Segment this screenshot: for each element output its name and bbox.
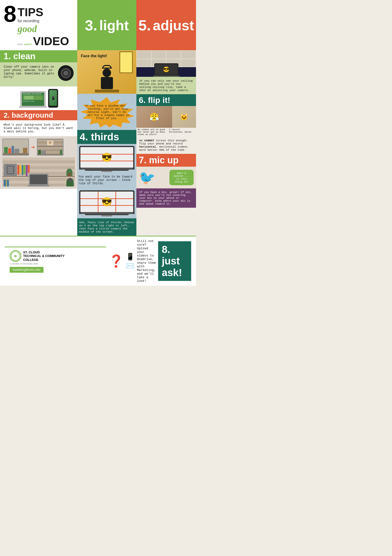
tip2-text: What's your background look like? A blan… bbox=[4, 123, 73, 133]
tip2-bar: 2. background bbox=[0, 110, 77, 120]
laptop-shell: PROGRAMS THAT MATTER ▶ Programs to Inspi… bbox=[20, 91, 46, 106]
shelf-scene-full bbox=[2, 157, 75, 186]
sunglasses-emoji: 😎 bbox=[163, 66, 169, 73]
tip2-section: 2. background What's your background loo… bbox=[0, 110, 77, 189]
thirds-v2 bbox=[115, 192, 116, 212]
left-column: 1. clean Clean off your camera lens on y… bbox=[0, 50, 77, 236]
question-mark-icon: ❓ bbox=[109, 254, 124, 268]
laptop-on-desk: 😎 bbox=[153, 63, 180, 77]
tips-word: TIPS bbox=[18, 6, 69, 19]
tip7-section: 7. mic up 🐦 Wait a minute ... is this th… bbox=[136, 154, 196, 208]
bird-speech-bubble: Wait a minute ... is this thing on? bbox=[169, 170, 194, 185]
laptop-screen-1: 😎 bbox=[80, 147, 133, 168]
tip3-burst-text: If you face a window while recording, yo… bbox=[83, 104, 130, 120]
contact-icons: 📱 ✉️ bbox=[126, 253, 135, 270]
laptop-bar-1 bbox=[80, 168, 133, 170]
tip4-title: 4. thirds bbox=[80, 131, 119, 142]
tip6-text: We CANNOT stress this enough: flip your … bbox=[136, 137, 196, 154]
tip1-text: Clean off your camera lens on your phone… bbox=[4, 65, 55, 84]
phone-device: 📱 bbox=[48, 89, 58, 108]
smiley-face-1: 😎 bbox=[101, 152, 112, 162]
tip6-title: 6. flip it! bbox=[139, 95, 170, 105]
tip7-bar: 7. mic up bbox=[136, 154, 196, 167]
phone-screen-display: 📱 bbox=[49, 90, 57, 106]
tile8 bbox=[181, 59, 195, 67]
tip5-num: 5. bbox=[138, 17, 151, 34]
tip1-content: Clean off your camera lens on your phone… bbox=[0, 62, 77, 86]
tip5-header: 5. adjust bbox=[136, 0, 196, 50]
meme-woman: 😤 bbox=[136, 106, 172, 128]
plant-left bbox=[66, 178, 74, 186]
camera-inner bbox=[61, 68, 71, 78]
person-body bbox=[101, 77, 113, 89]
mail-icon: ✉️ bbox=[126, 262, 135, 270]
camera-lens bbox=[64, 71, 68, 75]
desk-laptop bbox=[28, 174, 49, 186]
main-content: 1. clean Clean off your camera lens on y… bbox=[0, 50, 196, 236]
lod-base bbox=[153, 76, 180, 77]
person-head bbox=[103, 69, 111, 77]
light-scene: Face the light! bbox=[77, 50, 136, 94]
logo-symbol: ⊕ bbox=[14, 254, 17, 258]
tip5-section: 😎 If you can only see your ceiling behin… bbox=[136, 50, 196, 94]
thirds-v1 bbox=[98, 192, 98, 212]
background-comparison: ➜ bbox=[2, 139, 75, 155]
tip8-section: 8. just ask! bbox=[158, 241, 191, 281]
footer: ⊕ ST. CLOUDTECHNICAL & COMMUNITYCOLLEGE … bbox=[0, 236, 196, 286]
background-scene: ➜ bbox=[0, 136, 77, 189]
school-name: ST. CLOUDTECHNICAL & COMMUNITYCOLLEGE bbox=[23, 250, 65, 262]
tip3-num: 3. bbox=[85, 17, 97, 34]
camera-illustration bbox=[58, 65, 74, 84]
meme-caption-right: I record horizontal, Karen. bbox=[169, 129, 195, 136]
bird-section: 🐦 Wait a minute ... is this thing on? bbox=[136, 167, 196, 188]
laptop-stand-1 bbox=[101, 171, 113, 172]
pane1 bbox=[120, 52, 126, 62]
devices-illustration: PROGRAMS THAT MATTER ▶ Programs to Inspi… bbox=[0, 86, 77, 110]
pane4 bbox=[127, 62, 132, 72]
lod-wrap: 😎 bbox=[154, 63, 178, 76]
tile1 bbox=[137, 51, 151, 58]
page: 8 TIPS for recording good from sctcc! VI… bbox=[0, 0, 196, 286]
footer-email: marketing@sctcc.edu bbox=[10, 267, 44, 273]
laptop-outer-2: 😎 bbox=[79, 190, 135, 214]
good-word: good bbox=[18, 23, 69, 35]
window-illustration bbox=[120, 51, 133, 73]
face-light-label: Face the light! bbox=[81, 54, 107, 58]
bird-icon: 🐦 bbox=[139, 170, 155, 185]
tile4 bbox=[181, 51, 195, 58]
pane3 bbox=[120, 62, 126, 72]
laptop-screen-2: 😎 bbox=[80, 192, 133, 212]
lod-screen-display: 😎 bbox=[155, 64, 178, 75]
tile2 bbox=[152, 51, 166, 58]
footer-logo-area: ⊕ ST. CLOUDTECHNICAL & COMMUNITYCOLLEGE … bbox=[5, 247, 106, 276]
tip3-burst-area: If you face a window while recording, yo… bbox=[77, 94, 136, 130]
tip1-title: 1. clean bbox=[4, 51, 36, 61]
tip4-text2: Ooh, fancy rule of thirds! Choose an X a… bbox=[77, 218, 136, 236]
tip8-title: 8. just ask! bbox=[162, 244, 188, 278]
tip4-section: 4. thirds 😎 You want your bbox=[77, 130, 136, 236]
tip4-text1: You want your face to be toward the top … bbox=[77, 174, 136, 186]
tip3-starburst: If you face a window while recording, yo… bbox=[79, 96, 135, 128]
right-column: 😎 If you can only see your ceiling behin… bbox=[136, 50, 196, 236]
tip6-section: 6. flip it! 😤 🐱 My videos are so good bu… bbox=[136, 94, 196, 154]
tip1-section: 1. clean Clean off your camera lens on y… bbox=[0, 50, 77, 110]
tip3-word: light bbox=[99, 17, 129, 33]
laptop-thirds-1: 😎 bbox=[77, 144, 136, 174]
arrow-icon: ➜ bbox=[31, 144, 35, 150]
laptop-stand-2 bbox=[101, 215, 113, 216]
sctcc-logo-circle: ⊕ bbox=[10, 250, 21, 262]
laptop-outer-1: 😎 bbox=[79, 146, 135, 170]
pane2 bbox=[127, 52, 132, 62]
laptop-bar-2 bbox=[80, 212, 133, 214]
shelf-messy bbox=[2, 139, 29, 155]
plant-right bbox=[66, 169, 72, 176]
mid-column: Face the light! If you face a window whi… bbox=[77, 50, 136, 236]
school-name-area: ST. CLOUDTECHNICAL & COMMUNITYCOLLEGE bbox=[23, 250, 65, 262]
pencil-cup bbox=[4, 180, 9, 186]
laptop-thirds-2: 😎 bbox=[77, 188, 136, 218]
for-recording: for recording bbox=[18, 19, 69, 23]
headphone bbox=[102, 65, 112, 69]
big-eight: 8 bbox=[4, 4, 16, 24]
meme-photo: 😤 🐱 bbox=[136, 106, 196, 128]
member-text: A member of Minnesota State bbox=[10, 263, 38, 265]
